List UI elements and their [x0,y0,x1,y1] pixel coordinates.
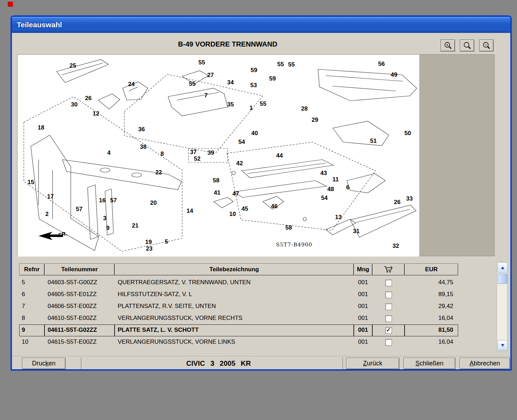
callout-number[interactable]: 3 [103,215,106,222]
cart-checkbox[interactable] [385,327,392,334]
callout-number[interactable]: 14 [187,208,193,215]
callout-number[interactable]: 10 [229,211,236,218]
callout-number[interactable]: 55 [288,61,295,68]
scroll-down-button[interactable] [497,340,508,350]
zoom-in-button[interactable]: + [441,40,455,51]
header-eur[interactable]: EUR [405,264,458,275]
callout-number[interactable]: 12 [93,110,99,117]
callout-number[interactable]: 32 [393,243,399,250]
callout-number[interactable]: 23 [146,245,153,252]
callout-number[interactable]: 47 [233,190,239,197]
callout-number[interactable]: 19 [145,239,152,246]
table-row[interactable]: 10 04615-S5T-E00ZZ VERLANGERUNGSSTUCK, V… [19,336,458,348]
callout-number[interactable]: 54 [239,139,245,146]
callout-number[interactable]: 38 [140,144,147,150]
callout-number[interactable]: 35 [227,101,234,108]
table-row[interactable]: 8 04610-S5T-E00ZZ VERLANGERUNGSSTUCK, VO… [19,313,458,324]
callout-number[interactable]: 55 [260,100,267,107]
callout-number[interactable]: 49 [391,71,398,78]
zoom-original-button[interactable] [460,40,474,51]
callout-number[interactable]: 26 [394,199,401,206]
header-mng[interactable]: Mng [354,264,372,275]
callout-number[interactable]: 1 [249,105,253,112]
callout-number[interactable]: 54 [321,195,328,202]
close-button[interactable]: Schließen [404,358,455,369]
header-cart[interactable] [372,264,405,275]
callout-number[interactable]: 58 [285,224,292,231]
cart-checkbox[interactable] [385,303,392,310]
callout-number[interactable]: 45 [242,205,248,212]
callout-number[interactable]: 56 [378,61,385,68]
callout-number[interactable]: 53 [250,82,257,89]
callout-number[interactable]: 16 [99,197,106,204]
callout-number[interactable]: 42 [236,160,243,167]
callout-number[interactable]: 13 [335,214,342,221]
callout-number[interactable]: 57 [76,206,83,213]
table-row[interactable]: 7 04606-S5T-E00ZZ PLATTENSATZ, R.V. SEIT… [19,301,458,313]
callout-number[interactable]: 5 [165,238,168,245]
callout-number[interactable]: 18 [38,124,44,131]
callout-number[interactable]: 2 [45,211,48,218]
cell-teilebezeichnung: HILFSSTUTZEN-SATZ, V. L [115,289,354,301]
table-row[interactable]: 9 04611-S5T-G02ZZ PLATTE SATZ, L. V. SCH… [19,324,458,336]
callout-number[interactable]: 22 [156,169,162,176]
table-scrollbar[interactable] [497,262,508,351]
callout-number[interactable]: 57 [110,197,117,204]
print-button[interactable]: Drucken [22,358,66,369]
callout-number[interactable]: 33 [406,195,413,202]
callout-number[interactable]: 59 [251,67,257,74]
callout-number[interactable]: 55 [189,80,196,88]
window-titlebar[interactable]: Teileauswahl [12,17,510,33]
callout-number[interactable]: 59 [269,75,276,82]
callout-number[interactable]: 30 [71,101,78,108]
callout-number[interactable]: 52 [194,155,201,162]
scroll-up-button[interactable] [497,262,508,273]
callout-number[interactable]: 9 [106,225,109,232]
callout-number[interactable]: 50 [405,130,411,137]
callout-number[interactable]: 11 [332,176,339,183]
callout-number[interactable]: 36 [138,126,145,133]
callout-number[interactable]: 46 [271,203,278,210]
callout-number[interactable]: 41 [214,189,221,196]
scrollbar-thumb[interactable] [498,274,507,284]
zoom-out-button[interactable]: − [479,40,494,51]
callout-number[interactable]: 55 [199,59,205,66]
header-refnr[interactable]: Refnr [19,264,44,275]
callout-number[interactable]: 21 [132,222,139,229]
callout-number[interactable]: 58 [213,177,220,184]
callout-number[interactable]: 31 [353,228,360,235]
callout-number[interactable]: 7 [204,92,207,99]
callout-number[interactable]: 8 [160,150,164,158]
callout-number[interactable]: 6 [346,184,349,191]
callout-number[interactable]: 37 [190,149,197,156]
callout-number[interactable]: 43 [320,170,327,177]
header-teilenummer[interactable]: Teilenummer [44,264,115,275]
callout-number[interactable]: 20 [150,200,157,206]
cancel-button[interactable]: Abbrechen [460,358,510,369]
cart-checkbox[interactable] [385,280,392,286]
callout-number[interactable]: 17 [47,193,54,200]
callout-number[interactable]: 24 [128,81,135,88]
callout-number[interactable]: 4 [107,149,110,156]
callout-number[interactable]: 48 [328,186,334,193]
callout-number[interactable]: 44 [276,152,283,159]
back-button[interactable]: Zurück [346,358,399,369]
callout-number[interactable]: 39 [208,149,214,156]
callout-number[interactable]: 27 [207,72,214,79]
header-teilebezeichnung[interactable]: Teilebezeichnung [115,264,354,275]
callout-number[interactable]: 25 [70,62,76,69]
callout-number[interactable]: 26 [85,95,92,102]
callout-number[interactable]: 55 [277,61,284,68]
table-row[interactable]: 6 04605-S5T-E01ZZ HILFSSTUTZEN-SATZ, V. … [19,289,458,301]
callout-number[interactable]: 40 [251,130,258,137]
callout-number[interactable]: 28 [301,105,308,112]
callout-number[interactable]: 15 [28,179,34,186]
callout-number[interactable]: 34 [227,79,234,86]
callout-number[interactable]: 29 [312,117,318,124]
cart-checkbox[interactable] [385,315,392,322]
table-row[interactable]: 5 04603-S5T-G00ZZ QUERTRAEGERSATZ, V. TR… [19,277,458,289]
parts-diagram[interactable]: FR. S5T7-B4900 2555275649555559595324553… [18,55,419,257]
cart-checkbox[interactable] [385,292,392,298]
cart-checkbox[interactable] [385,339,392,346]
callout-number[interactable]: 51 [370,138,377,145]
